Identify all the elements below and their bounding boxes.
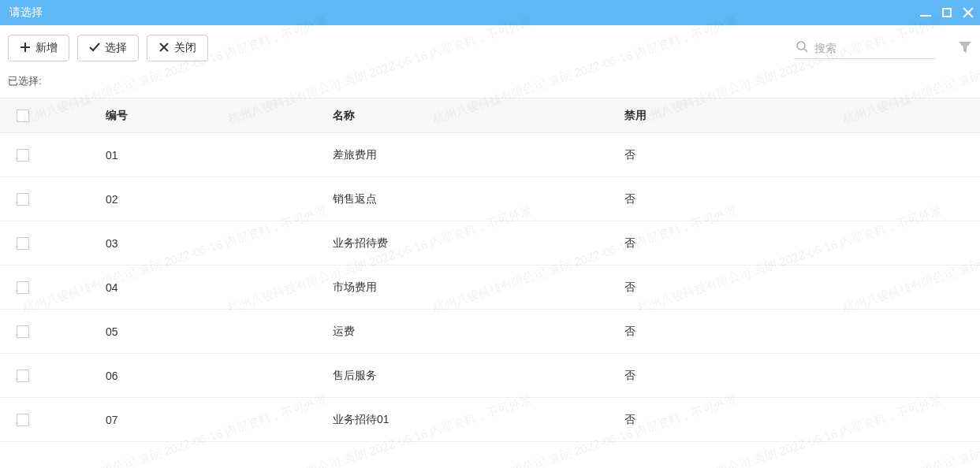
svg-point-6 (797, 42, 805, 50)
table-body: 01 差旅费用 否 02 销售返点 否 03 业务招待费 否 04 市场费用 否… (0, 133, 980, 453)
cell-disabled: 否 (624, 148, 980, 162)
maximize-icon[interactable] (942, 8, 952, 17)
filter-icon[interactable] (958, 40, 972, 57)
search-icon (796, 40, 808, 55)
row-checkbox[interactable] (17, 149, 29, 162)
table-header: 编号 名称 禁用 (0, 98, 980, 133)
cell-name: 运费 (333, 325, 624, 339)
window-title: 请选择 (9, 6, 43, 20)
row-checkbox[interactable] (17, 237, 29, 250)
titlebar: 请选择 (0, 0, 980, 25)
table-row[interactable]: 03 业务招待费 否 (0, 221, 980, 266)
window-controls (920, 7, 974, 18)
close-button[interactable]: 关闭 (147, 35, 208, 61)
select-button[interactable]: 选择 (77, 35, 139, 61)
close-icon[interactable] (963, 7, 974, 18)
select-all-checkbox[interactable] (17, 110, 29, 122)
toolbar: 新增 选择 关闭 (0, 25, 980, 68)
table-row[interactable]: 05 运费 否 (0, 310, 980, 354)
header-code: 编号 (46, 109, 333, 123)
cell-code: 04 (46, 281, 333, 294)
cell-code: 05 (46, 325, 333, 338)
cell-disabled: 否 (624, 369, 980, 383)
minimize-icon[interactable] (920, 9, 931, 17)
plus-icon (20, 42, 31, 55)
row-checkbox[interactable] (17, 370, 29, 382)
cell-disabled: 否 (624, 280, 980, 295)
header-disabled: 禁用 (624, 109, 980, 123)
cell-code: 06 (46, 370, 333, 382)
cell-name: 售后服务 (333, 369, 624, 383)
selected-label: 已选择: (0, 68, 980, 98)
close-button-label: 关闭 (174, 41, 196, 55)
cell-name: 差旅费用 (333, 148, 624, 162)
table-row[interactable]: 06 售后服务 否 (0, 354, 980, 398)
cell-disabled: 否 (624, 325, 980, 339)
cell-disabled: 否 (624, 413, 980, 427)
cell-code: 01 (46, 149, 333, 162)
table-row[interactable]: 04 市场费用 否 (0, 266, 980, 310)
search-box[interactable] (794, 37, 936, 59)
row-checkbox[interactable] (17, 281, 29, 294)
table-row[interactable]: 07 业务招待01 否 (0, 398, 980, 442)
add-button-label: 新增 (35, 41, 58, 55)
cell-code: 03 (46, 237, 333, 250)
svg-line-7 (804, 49, 807, 52)
row-checkbox[interactable] (17, 325, 29, 338)
cell-disabled: 否 (624, 236, 980, 251)
table-row[interactable]: 02 销售返点 否 (0, 177, 980, 221)
cell-code: 07 (46, 414, 333, 426)
cell-name: 业务招待费 (333, 236, 624, 251)
add-button[interactable]: 新增 (8, 35, 69, 61)
svg-marker-8 (959, 42, 971, 53)
x-icon (158, 42, 170, 55)
row-checkbox[interactable] (17, 193, 29, 206)
cell-disabled: 否 (624, 192, 980, 206)
header-name: 名称 (333, 109, 624, 123)
cell-name: 销售返点 (333, 192, 624, 206)
cell-code: 02 (46, 193, 333, 206)
table-row[interactable]: 01 差旅费用 否 (0, 133, 980, 177)
check-icon (89, 42, 100, 55)
cell-name: 业务招待01 (333, 413, 624, 427)
search-input[interactable] (814, 42, 934, 54)
cell-name: 市场费用 (333, 280, 624, 295)
select-button-label: 选择 (105, 41, 127, 55)
row-checkbox[interactable] (17, 414, 29, 426)
table: 编号 名称 禁用 01 差旅费用 否 02 销售返点 否 03 业务招待费 否 … (0, 98, 980, 453)
